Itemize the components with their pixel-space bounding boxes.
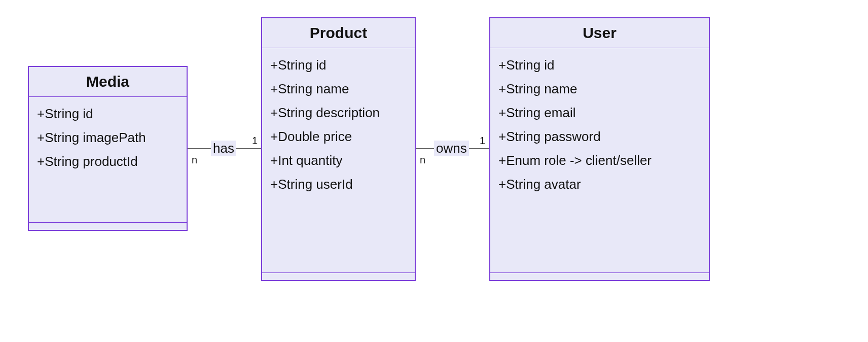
relation-has-mult-left: n (192, 154, 197, 166)
class-product-title: Product (262, 18, 415, 48)
user-attr-3: +String password (498, 125, 701, 149)
class-media-body: +String id +String imagePath +String pro… (29, 97, 187, 222)
relation-owns-label: owns (434, 141, 469, 156)
product-attr-4: +Int quantity (270, 149, 407, 173)
relation-owns-mult-right: 1 (480, 135, 485, 147)
product-attr-0: +String id (270, 53, 407, 77)
class-user-footer (490, 272, 709, 280)
class-product-footer (262, 272, 415, 280)
user-attr-2: +String email (498, 101, 701, 125)
user-attr-0: +String id (498, 53, 701, 77)
class-product: Product +String id +String name +String … (261, 17, 416, 281)
media-attr-2: +String productId (37, 150, 178, 174)
product-attr-1: +String name (270, 77, 407, 101)
class-media: Media +String id +String imagePath +Stri… (28, 66, 188, 231)
media-attr-0: +String id (37, 102, 178, 126)
product-attr-5: +String userId (270, 173, 407, 196)
relation-owns-mult-left: n (420, 154, 425, 166)
user-attr-4: +Enum role -> client/seller (498, 149, 701, 173)
user-attr-1: +String name (498, 77, 701, 101)
product-attr-3: +Double price (270, 125, 407, 149)
product-attr-2: +String description (270, 101, 407, 125)
relation-has-mult-right: 1 (252, 135, 258, 147)
media-attr-1: +String imagePath (37, 126, 178, 150)
class-user-body: +String id +String name +String email +S… (490, 48, 709, 272)
class-product-body: +String id +String name +String descript… (262, 48, 415, 272)
user-attr-5: +String avatar (498, 173, 701, 196)
relation-has-label: has (211, 141, 236, 156)
class-user: User +String id +String name +String ema… (489, 17, 710, 281)
class-user-title: User (490, 18, 709, 48)
class-media-title: Media (29, 67, 187, 97)
class-media-footer (29, 222, 187, 230)
